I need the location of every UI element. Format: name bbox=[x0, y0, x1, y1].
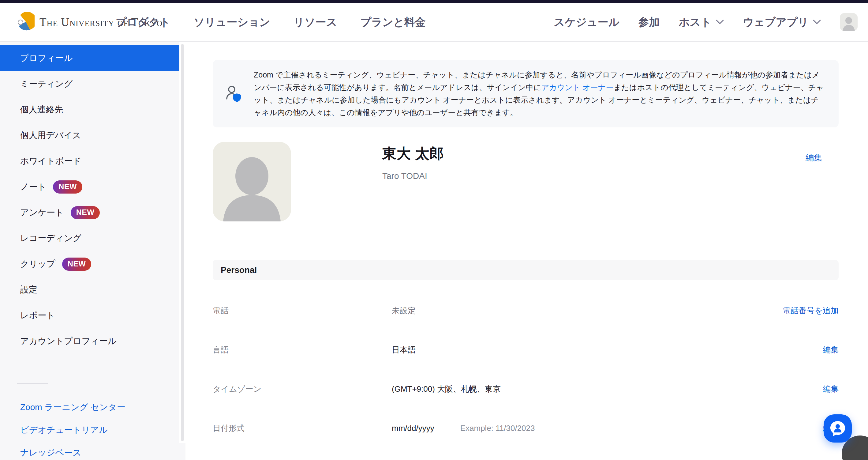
nav-host-menu[interactable]: ホスト bbox=[679, 15, 724, 29]
privacy-notice: Zoom で主催されるミーティング、ウェビナー、チャット、またはチャネルに参加す… bbox=[213, 60, 839, 127]
row-value: 日本語 bbox=[392, 345, 416, 355]
sidebar-item-recordings[interactable]: レコーディング bbox=[0, 225, 179, 251]
new-badge: NEW bbox=[71, 206, 100, 219]
profile-edit-link[interactable]: 編集 bbox=[806, 152, 822, 163]
sidebar-divider bbox=[17, 383, 48, 384]
main-nav: プロダクト ソリューション リソース プランと料金 bbox=[116, 3, 426, 41]
sidebar-item-clips[interactable]: クリップ NEW bbox=[0, 251, 179, 277]
phone-row: 電話 未設定 電話番号を追加 bbox=[213, 291, 839, 330]
main-content: Zoom で主催されるミーティング、ウェビナー、チャット、またはチャネルに参加す… bbox=[185, 42, 868, 460]
user-privacy-shield-icon bbox=[225, 85, 242, 103]
profile-romanized-name: Taro TODAI bbox=[382, 171, 444, 181]
account-nav: スケジュール 参加 ホスト ウェブアプリ bbox=[554, 3, 858, 41]
support-button[interactable] bbox=[824, 414, 852, 442]
nav-products[interactable]: プロダクト bbox=[116, 15, 170, 29]
new-badge: NEW bbox=[53, 180, 82, 194]
date-format-example: Example: 11/30/2023 bbox=[460, 424, 535, 433]
nav-resources[interactable]: リソース bbox=[293, 15, 337, 29]
page-body: プロフィール ミーティング 個人連絡先 個人用デバイス ホワイトボード ノート … bbox=[0, 42, 868, 460]
sidebar: プロフィール ミーティング 個人連絡先 個人用デバイス ホワイトボード ノート … bbox=[0, 42, 185, 460]
sidebar-item-whiteboard[interactable]: ホワイトボード bbox=[0, 148, 179, 174]
sidebar-scrollbar-thumb[interactable] bbox=[181, 44, 184, 441]
personal-section-header: Personal bbox=[213, 260, 839, 280]
sidebar-item-personal-contacts[interactable]: 個人連絡先 bbox=[0, 97, 179, 122]
ginkgo-leaf-icon bbox=[17, 12, 35, 32]
sidebar-item-notes[interactable]: ノート NEW bbox=[0, 174, 179, 200]
sidebar-footer-links: Zoom ラーニング センター ビデオチュートリアル ナレッジベース bbox=[0, 396, 185, 460]
row-label: 電話 bbox=[213, 305, 392, 316]
row-label: タイムゾーン bbox=[213, 384, 392, 395]
row-label: 言語 bbox=[213, 345, 392, 355]
chevron-down-icon bbox=[716, 20, 724, 25]
row-value: (GMT+9:00) 大阪、札幌、東京 bbox=[392, 384, 501, 395]
personal-rows: 電話 未設定 電話番号を追加 言語 日本語 編集 タイムゾーン (GMT+9:0… bbox=[213, 291, 839, 448]
nav-schedule[interactable]: スケジュール bbox=[554, 15, 619, 29]
sidebar-item-surveys[interactable]: アンケート NEW bbox=[0, 200, 179, 225]
profile-names: 東大 太郎 Taro TODAI bbox=[382, 142, 444, 222]
top-accent-strip bbox=[0, 0, 868, 3]
row-value: mm/dd/yyyy bbox=[392, 424, 434, 433]
person-silhouette-icon bbox=[840, 13, 858, 31]
new-badge: NEW bbox=[62, 258, 92, 271]
sidebar-item-settings[interactable]: 設定 bbox=[0, 277, 179, 303]
sidebar-item-reports[interactable]: レポート bbox=[0, 303, 179, 328]
timezone-row: タイムゾーン (GMT+9:00) 大阪、札幌、東京 編集 bbox=[213, 369, 839, 408]
nav-webapp-menu[interactable]: ウェブアプリ bbox=[743, 15, 821, 29]
edit-timezone-link[interactable]: 編集 bbox=[823, 384, 839, 395]
row-label: 日付形式 bbox=[213, 423, 392, 434]
language-row: 言語 日本語 編集 bbox=[213, 330, 839, 369]
sidebar-link-video-tutorials[interactable]: ビデオチュートリアル bbox=[0, 419, 179, 441]
person-silhouette-icon bbox=[213, 142, 291, 222]
date-format-row: 日付形式 mm/dd/yyyy Example: 11/30/2023 編集 bbox=[213, 408, 839, 448]
personal-section-title: Personal bbox=[221, 265, 257, 275]
profile-summary: 東大 太郎 Taro TODAI 編集 bbox=[213, 142, 839, 222]
chevron-down-icon bbox=[813, 20, 821, 25]
profile-display-name: 東大 太郎 bbox=[382, 144, 444, 163]
add-phone-number-link[interactable]: 電話番号を追加 bbox=[783, 305, 839, 316]
sidebar-item-personal-devices[interactable]: 個人用デバイス bbox=[0, 122, 179, 148]
privacy-notice-text: Zoom で主催されるミーティング、ウェビナー、チャット、またはチャネルに参加す… bbox=[254, 68, 825, 119]
sidebar-link-learning-center[interactable]: Zoom ラーニング センター bbox=[0, 396, 179, 419]
profile-avatar[interactable] bbox=[213, 142, 291, 222]
account-owner-link[interactable]: アカウント オーナー bbox=[541, 83, 614, 92]
header-avatar[interactable] bbox=[840, 13, 858, 31]
nav-solutions[interactable]: ソリューション bbox=[194, 15, 270, 29]
sidebar-item-account-profile[interactable]: アカウントプロフィール bbox=[0, 328, 179, 354]
support-chat-icon bbox=[830, 420, 846, 437]
row-value: 未設定 bbox=[392, 305, 416, 316]
top-header: The University of Tokyo プロダクト ソリューション リソ… bbox=[0, 3, 868, 42]
sidebar-item-meetings[interactable]: ミーティング bbox=[0, 71, 179, 97]
edit-language-link[interactable]: 編集 bbox=[823, 345, 839, 355]
zoom-profile-page: The University of Tokyo プロダクト ソリューション リソ… bbox=[0, 0, 868, 460]
sidebar-link-knowledge-base[interactable]: ナレッジベース bbox=[0, 441, 179, 460]
privacy-icon-column bbox=[213, 85, 254, 103]
sidebar-nav: プロフィール ミーティング 個人連絡先 個人用デバイス ホワイトボード ノート … bbox=[0, 42, 185, 354]
nav-join[interactable]: 参加 bbox=[639, 15, 660, 29]
nav-plans-pricing[interactable]: プランと料金 bbox=[361, 15, 426, 29]
sidebar-item-profile[interactable]: プロフィール bbox=[0, 45, 179, 71]
